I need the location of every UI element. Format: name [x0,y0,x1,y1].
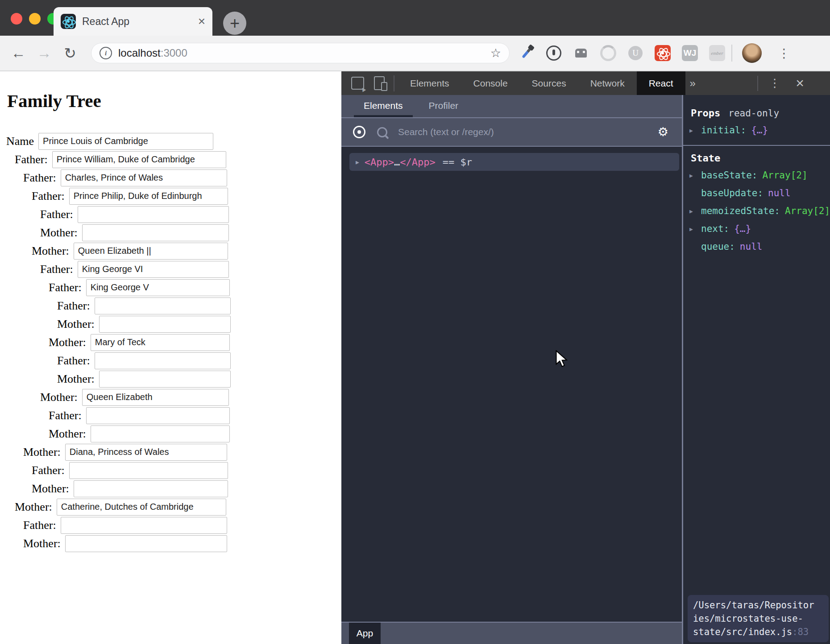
source-path-line1: /Users/taras/Repositor [693,599,829,612]
family-field-input[interactable] [69,462,228,479]
more-tabs-icon[interactable]: » [690,77,696,90]
family-field-input[interactable] [65,444,227,461]
site-info-icon[interactable]: i [100,47,112,59]
browser-tab[interactable]: React App × [54,7,212,36]
tab-close-icon[interactable]: × [198,15,205,28]
device-toolbar-icon[interactable] [374,76,385,90]
family-field-input[interactable] [65,535,227,552]
family-field-row: Father: [0,205,229,223]
family-field-input[interactable] [78,206,229,223]
family-field-row: Father: [0,169,227,187]
inspector-row[interactable]: ▶ queue: null [683,238,830,256]
forward-icon[interactable]: → [37,45,52,62]
devtools-tab[interactable]: Console [461,71,520,95]
browser-menu-icon[interactable]: ⋮ [778,46,790,61]
ublock-extension-icon[interactable]: U [627,45,643,61]
inspector-row[interactable]: ▶ baseUpdate: null [683,184,830,202]
field-label: Father: [40,263,73,276]
family-field-input[interactable] [74,243,228,260]
family-field-row: Mother: [0,479,228,498]
family-field-row: Mother: [0,425,230,443]
family-field-input[interactable] [52,151,226,168]
expand-arrow-icon[interactable]: ▶ [689,127,701,134]
minimize-window-button[interactable] [29,13,41,25]
react-favicon-icon [61,14,76,29]
open-tag: <App> [365,157,394,168]
reload-icon[interactable]: ↻ [62,45,78,62]
props-title: Props [691,107,720,119]
breadcrumb-app-tag[interactable]: App [349,623,381,644]
expand-arrow-icon[interactable]: ▶ [689,226,701,232]
onepassword-extension-icon[interactable] [546,45,562,61]
family-field-input[interactable] [61,169,227,186]
family-field-input[interactable] [82,389,229,406]
family-field-input[interactable] [74,480,228,497]
settings-gear-icon[interactable]: ⚙ [658,125,668,139]
component-tree-row-app[interactable]: ▶ <App>…</App> == $r [349,153,679,171]
family-field-input[interactable] [69,188,228,205]
devtools-menu-icon[interactable]: ⋮ [769,76,780,90]
search-input[interactable] [397,126,652,138]
react-subtab[interactable]: Elements [354,96,413,117]
field-label: Mother: [57,318,95,331]
field-label: Father: [32,464,65,477]
react-devtools-extension-icon[interactable] [655,45,671,61]
family-field-input[interactable] [57,499,226,516]
ember-extension-icon[interactable]: ember [709,45,725,61]
family-field-input[interactable] [38,133,213,150]
family-field-input[interactable] [86,407,230,424]
family-field-row: Father: [0,187,228,205]
toolbar-divider [731,45,732,62]
devtools-close-icon[interactable]: × [796,75,804,91]
family-field-input[interactable] [99,316,231,333]
url-port: :3000 [161,47,187,59]
wj-extension-icon[interactable]: WJ [682,45,698,61]
profile-avatar[interactable] [742,43,762,63]
new-tab-button[interactable]: + [223,12,246,35]
inspector-key: queue: [701,241,735,252]
field-label: Father: [23,519,56,532]
expand-arrow-icon[interactable]: ▶ [356,159,359,165]
field-label: Father: [32,190,65,203]
devtools-tab[interactable]: Sources [520,71,578,95]
family-field-input[interactable] [99,371,231,388]
expand-arrow-icon[interactable]: ▶ [689,208,701,215]
family-field-input[interactable] [61,517,227,534]
family-field-input[interactable] [95,297,231,314]
devtools-tab[interactable]: React [637,71,685,95]
family-field-row: Father: [0,260,229,278]
inspector-row[interactable]: ▶ memoizedState: Array[2] [683,202,830,220]
swirl-extension-icon[interactable] [600,45,616,61]
inspector-row[interactable]: ▶ next: {…} [683,220,830,238]
address-bar[interactable]: i localhost:3000 ☆ [91,43,510,63]
inspector-row[interactable]: ▶ initial: {…} [683,121,830,139]
field-label: Mother: [23,446,61,459]
props-header: Props read-only [683,95,830,121]
close-window-button[interactable] [11,13,22,25]
window-controls[interactable] [11,13,59,25]
select-element-target-icon[interactable] [353,126,365,138]
inspector-value: null [740,241,763,252]
family-field-input[interactable] [95,352,231,369]
family-field-input[interactable] [82,224,229,241]
field-label: Mother: [23,537,61,550]
inspector-value: {…} [751,125,768,136]
family-field-input[interactable] [78,261,229,278]
family-field-input[interactable] [91,425,230,442]
family-field-input[interactable] [86,279,230,296]
family-field-input[interactable] [91,334,230,351]
devtools-tab[interactable]: Network [578,71,637,95]
source-path[interactable]: /Users/taras/Repositor ies/microstates-u… [688,595,829,642]
url-text[interactable]: localhost:3000 [118,47,187,59]
back-icon[interactable]: ← [11,45,26,62]
react-subtab[interactable]: Profiler [419,96,469,117]
inspect-element-icon[interactable] [351,77,364,90]
bookmark-star-icon[interactable]: ☆ [490,46,501,60]
bug-extension-icon[interactable] [573,45,589,61]
inspector-row[interactable]: ▶ baseState: Array[2] [683,166,830,184]
expand-arrow-icon[interactable]: ▶ [689,172,701,179]
devtools-tab[interactable]: Elements [398,71,461,95]
inspector-key: baseState: [701,170,757,181]
field-label: Father: [49,281,82,294]
eyedropper-extension-icon[interactable] [519,45,535,61]
